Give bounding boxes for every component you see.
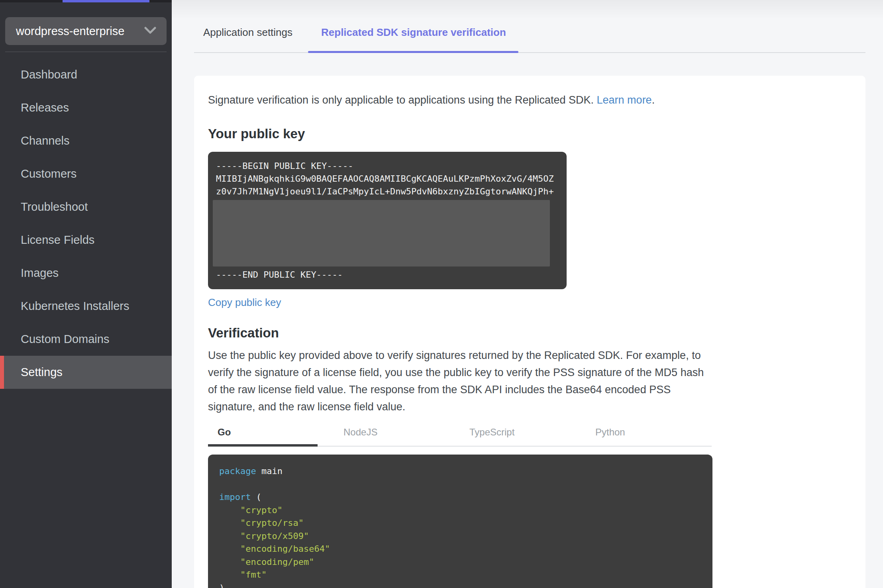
sidebar-item-settings[interactable]: Settings [0,356,172,389]
intro-text-period: . [652,94,655,106]
public-key-redacted-region [213,200,550,267]
code-line: "encoding/pem" [219,556,701,569]
sidebar-item-releases[interactable]: Releases [0,91,172,124]
main-area: Application settingsReplicated SDK signa… [172,0,883,588]
sidebar-item-images[interactable]: Images [0,257,172,290]
main-tabs: Application settingsReplicated SDK signa… [194,0,865,53]
sidebar: wordpress-enterprise DashboardReleasesCh… [0,2,172,588]
sidebar-item-channels[interactable]: Channels [0,124,172,157]
code-line: "crypto" [219,504,701,517]
code-line [219,478,701,491]
sidebar-divider [5,51,167,52]
top-bar [0,0,172,2]
chevron-down-icon [144,27,156,35]
public-key-line: -----BEGIN PUBLIC KEY----- [216,160,559,172]
tab-replicated-sdk-signature-verification[interactable]: Replicated SDK signature verification [321,26,506,52]
lang-tab-nodejs[interactable]: NodeJS [334,421,460,446]
sidebar-item-license-fields[interactable]: License Fields [0,223,172,257]
sidebar-item-troubleshoot[interactable]: Troubleshoot [0,190,172,223]
sidebar-item-custom-domains[interactable]: Custom Domains [0,323,172,356]
intro-text: Signature verification is only applicabl… [208,94,865,106]
public-key-block: -----BEGIN PUBLIC KEY-----MIIBIjANBgkqhk… [208,152,567,289]
settings-card: Signature verification is only applicabl… [194,76,865,588]
public-key-heading: Your public key [208,126,865,141]
lang-tab-typescript[interactable]: TypeScript [460,421,586,446]
code-line: "crypto/rsa" [219,517,701,530]
code-line: "encoding/base64" [219,543,701,556]
tab-application-settings[interactable]: Application settings [203,26,292,52]
verification-heading: Verification [208,325,865,341]
lang-tab-go[interactable]: Go [208,421,334,446]
copy-public-key-link[interactable]: Copy public key [208,296,281,309]
verification-description: Use the public key provided above to ver… [208,347,712,416]
code-line: ) [219,582,701,588]
learn-more-link[interactable]: Learn more [597,94,652,106]
lang-tab-python[interactable]: Python [586,421,712,446]
sidebar-item-kubernetes-installers[interactable]: Kubernetes Installers [0,290,172,323]
public-key-line: -----END PUBLIC KEY----- [216,269,559,281]
code-line: "fmt" [219,568,701,582]
sidebar-nav: DashboardReleasesChannelsCustomersTroubl… [0,58,172,389]
app-selector-dropdown[interactable]: wordpress-enterprise [5,17,167,45]
app-selector-value: wordpress-enterprise [16,25,124,38]
sidebar-item-customers[interactable]: Customers [0,157,172,190]
public-key-line: z0v7Jh7M1NgV1joeu9l1/IaCPsMpyIcL+Dnw5Pdv… [216,185,559,198]
intro-text-body: Signature verification is only applicabl… [208,94,597,106]
public-key-line: MIIBIjANBgkqhkiG9w0BAQEFAAOCAQ8AMIIBCgKC… [216,172,559,185]
language-tabs: GoNodeJSTypeScriptPython [208,421,712,447]
code-line: "crypto/x509" [219,530,701,543]
sidebar-item-dashboard[interactable]: Dashboard [0,58,172,91]
go-code-block: package main import ( "crypto" "crypto/r… [208,455,712,588]
top-accent-bar [63,0,149,2]
code-line: package main [219,465,701,478]
code-line: import ( [219,491,701,504]
